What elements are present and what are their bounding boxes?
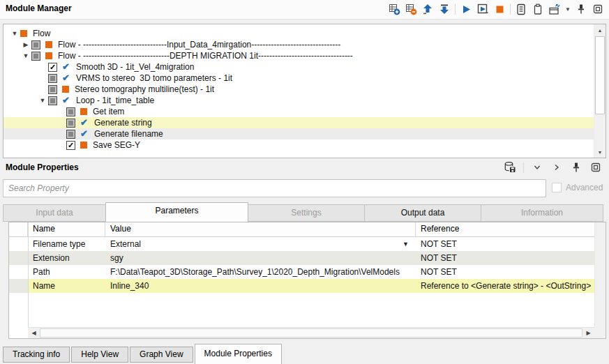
parameter-reference-cell: NOT SET xyxy=(416,251,594,265)
scroll-up-icon[interactable]: ▲ xyxy=(594,24,606,36)
parameter-value-cell[interactable]: sgy xyxy=(105,251,416,265)
remove-module-icon xyxy=(405,3,417,15)
open-in-window-icon xyxy=(548,3,561,15)
blue-check-icon: ✔ xyxy=(62,61,70,73)
float-panel-button[interactable] xyxy=(590,2,606,17)
scrollbar-thumb[interactable] xyxy=(40,328,582,338)
pin-button[interactable] xyxy=(569,160,584,175)
tree-item[interactable]: ▶Flow - ------------------------------In… xyxy=(3,39,594,50)
run-flow-button[interactable] xyxy=(475,2,490,17)
chevron-right-button[interactable] xyxy=(549,160,564,175)
module-manager-toolbar: ▼ xyxy=(386,1,606,17)
run-button[interactable] xyxy=(458,2,474,17)
move-down-button[interactable] xyxy=(437,2,452,17)
module-enabled-checkbox[interactable]: ✓ xyxy=(66,141,75,150)
view-tab-module-properties[interactable]: Module Properties xyxy=(195,344,282,364)
tree-item[interactable]: ▼Flow xyxy=(3,28,594,39)
scroll-right-icon[interactable]: ▶ xyxy=(582,328,594,338)
scroll-left-icon[interactable]: ◀ xyxy=(28,328,40,338)
parameter-value-cell[interactable]: Inline_340 xyxy=(105,279,416,293)
remove-module-button[interactable] xyxy=(403,2,419,17)
view-tab-bar: Tracking infoHelp ViewGraph ViewModule P… xyxy=(3,344,282,364)
tree-item[interactable]: ✔Generate filename xyxy=(3,128,594,139)
chevron-down-icon: ▼ xyxy=(565,6,571,13)
tab-information[interactable]: Information xyxy=(481,204,603,222)
log-list-icon xyxy=(516,3,527,15)
module-enabled-checkbox[interactable] xyxy=(31,52,40,61)
tree-item[interactable]: ✓Save SEG-Y xyxy=(3,139,594,151)
tab-output-data[interactable]: Output data xyxy=(364,204,481,222)
view-tab-tracking-info[interactable]: Tracking info xyxy=(3,347,70,363)
tree-item-label: Generate filename xyxy=(94,129,163,139)
tree-item[interactable]: Get item xyxy=(3,106,594,117)
toolbar-dropdown-button[interactable]: ▼ xyxy=(564,2,572,17)
table-vertical-scrollbar[interactable] xyxy=(594,222,606,327)
tree-item[interactable]: Stereo tomography multiline(test) - 1it xyxy=(3,84,594,95)
tree-item-label: Flow xyxy=(33,29,50,38)
tree-item[interactable]: ▼Flow - -------------------------------D… xyxy=(3,50,594,61)
scroll-down-icon[interactable]: ▼ xyxy=(594,146,606,158)
module-enabled-checkbox[interactable] xyxy=(31,40,40,50)
orange-square-icon xyxy=(45,41,52,48)
float-panel-button[interactable] xyxy=(588,160,603,175)
database-save-icon xyxy=(504,161,516,174)
properties-tab-bar: Input dataParametersSettingsOutput dataI… xyxy=(3,202,606,222)
module-enabled-checkbox[interactable] xyxy=(48,74,57,83)
stop-button[interactable] xyxy=(492,2,507,17)
parameter-row[interactable]: Filename typeExternal▼NOT SET xyxy=(9,237,594,251)
column-header-value[interactable]: Value xyxy=(105,222,416,236)
tree-item-label: Flow - ------------------------------Inp… xyxy=(58,40,340,50)
flow-log-button[interactable] xyxy=(513,2,529,17)
advanced-label: Advanced xyxy=(566,183,603,192)
flow-tree-panel: ▼Flow▶Flow - ---------------------------… xyxy=(3,24,606,158)
expander-open-icon[interactable]: ▼ xyxy=(37,95,48,106)
save-to-database-button[interactable] xyxy=(502,160,518,175)
column-header-reference[interactable]: Reference xyxy=(416,222,594,236)
scrollbar-thumb[interactable] xyxy=(595,36,605,114)
parameter-reference-cell: NOT SET xyxy=(416,237,594,251)
search-property-input[interactable] xyxy=(3,179,546,197)
parameter-row[interactable]: PathF:\Data\Teapot_3D\Storage_Path\Surve… xyxy=(9,265,594,279)
pin-button[interactable] xyxy=(573,2,589,17)
tree-vertical-scrollbar[interactable]: ▲ ▼ xyxy=(594,24,606,158)
run-flow-icon xyxy=(476,3,489,15)
value-dropdown-icon[interactable]: ▼ xyxy=(403,237,409,251)
expander-open-icon[interactable]: ▼ xyxy=(9,28,20,39)
table-horizontal-scrollbar[interactable]: ◀ ▶ xyxy=(28,327,594,338)
view-tab-graph-view[interactable]: Graph View xyxy=(130,347,193,363)
module-enabled-checkbox[interactable]: ✓ xyxy=(48,63,57,72)
open-in-window-button[interactable] xyxy=(547,2,562,17)
parameter-row[interactable]: NameInline_340Reference to <Generate str… xyxy=(9,279,594,293)
row-gutter xyxy=(9,279,28,293)
tree-item[interactable]: ✓✔Smooth 3D - 1it_Vel_4migration xyxy=(3,61,594,73)
chevron-down-icon xyxy=(532,162,542,172)
module-manager-header: Module Manager xyxy=(0,0,609,20)
tab-settings[interactable]: Settings xyxy=(248,204,365,222)
module-enabled-checkbox[interactable] xyxy=(66,130,75,139)
move-up-button[interactable] xyxy=(420,2,435,17)
chevron-down-button[interactable] xyxy=(529,160,545,175)
module-enabled-checkbox[interactable] xyxy=(48,96,57,105)
expander-closed-icon[interactable]: ▶ xyxy=(20,39,31,50)
module-enabled-checkbox[interactable] xyxy=(66,107,75,116)
advanced-checkbox[interactable] xyxy=(552,183,562,192)
orange-square-icon xyxy=(80,108,87,115)
parameter-row[interactable]: ExtensionsgyNOT SET xyxy=(9,251,594,265)
module-properties-toolbar xyxy=(502,160,603,175)
run-icon xyxy=(461,4,472,15)
tree-item[interactable]: ▼✔Loop - 1it_time_table xyxy=(3,95,594,106)
parameter-value-cell[interactable]: External▼ xyxy=(105,237,416,251)
clipboard-button[interactable] xyxy=(530,2,546,17)
module-enabled-checkbox[interactable] xyxy=(66,119,75,128)
expander-open-icon[interactable]: ▼ xyxy=(20,50,31,61)
module-enabled-checkbox[interactable] xyxy=(48,85,57,94)
tab-input-data[interactable]: Input data xyxy=(3,204,106,222)
advanced-toggle[interactable]: Advanced xyxy=(552,183,603,192)
add-module-button[interactable] xyxy=(386,2,402,17)
column-header-name[interactable]: Name xyxy=(28,222,105,236)
tree-item[interactable]: ✔Generate string xyxy=(3,117,594,128)
parameter-value-cell[interactable]: F:\Data\Teapot_3D\Storage_Path\Survey_1\… xyxy=(105,265,416,279)
tab-parameters[interactable]: Parameters xyxy=(105,202,248,222)
view-tab-help-view[interactable]: Help View xyxy=(71,347,128,363)
tree-item[interactable]: ✔VRMS to stereo 3D tomo parameters - 1it xyxy=(3,73,594,84)
